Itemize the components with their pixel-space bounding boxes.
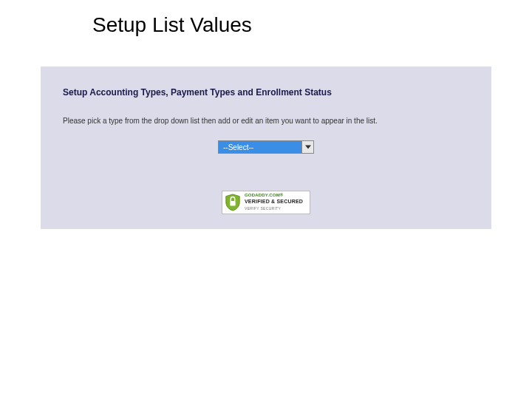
chevron-down-icon	[301, 141, 313, 153]
badge-top-text: GODADDY.COM®	[245, 193, 284, 197]
badge-sub-text: VERIFY SECURITY	[245, 206, 281, 211]
select-row: --Select--	[63, 140, 469, 154]
instruction-text: Please pick a type from the drop down li…	[63, 117, 469, 125]
badge-row: GODADDY.COM® VERIFIED & SECURED VERIFY S…	[63, 191, 469, 214]
section-heading: Setup Accounting Types, Payment Types an…	[63, 87, 469, 98]
svg-marker-0	[305, 145, 311, 149]
svg-rect-1	[230, 201, 235, 205]
type-select-value: --Select--	[223, 143, 253, 151]
shield-icon	[225, 194, 241, 211]
badge-main-text: VERIFIED & SECURED	[245, 199, 303, 204]
setup-panel: Setup Accounting Types, Payment Types an…	[41, 66, 491, 229]
page-title: Setup List Values	[0, 0, 532, 37]
type-select[interactable]: --Select--	[218, 140, 314, 154]
security-badge[interactable]: GODADDY.COM® VERIFIED & SECURED VERIFY S…	[222, 191, 310, 214]
